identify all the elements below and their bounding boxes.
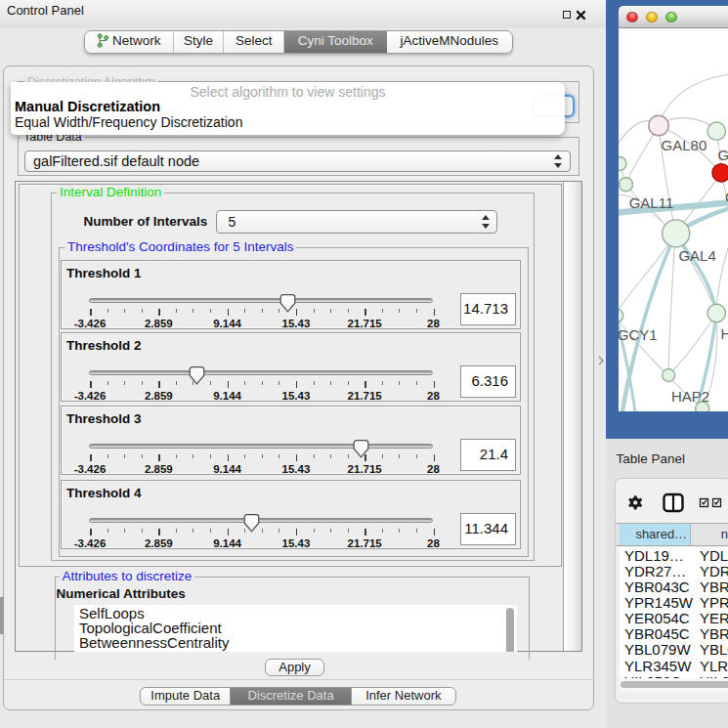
svg-text:HI: HI [721, 325, 728, 342]
svg-text:GAL4: GAL4 [678, 247, 715, 264]
svg-text:GAL80: GAL80 [662, 137, 707, 153]
svg-text:GAL11: GAL11 [629, 194, 674, 211]
svg-text:HAP2: HAP2 [671, 387, 709, 404]
svg-text:GCY1: GCY1 [619, 326, 658, 343]
svg-text:GA: GA [717, 146, 728, 162]
